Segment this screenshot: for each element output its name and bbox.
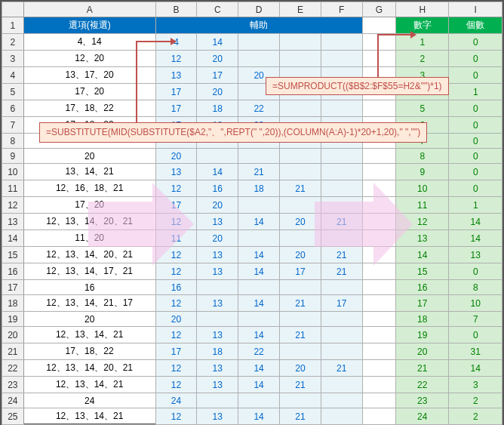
cell-aux[interactable]: 14 — [238, 327, 280, 343]
cell-aux[interactable]: 20 — [155, 149, 197, 164]
cell[interactable] — [362, 164, 395, 180]
row-header[interactable]: 6 — [2, 100, 24, 117]
cell-aux[interactable] — [321, 393, 362, 408]
cell-aux[interactable] — [280, 280, 321, 295]
cell-aux[interactable]: 14 — [238, 247, 280, 263]
cell-aux[interactable]: 20 — [155, 312, 197, 327]
cell-aux[interactable]: 12 — [155, 295, 197, 312]
cell-aux[interactable]: 18 — [197, 343, 238, 360]
cell-number[interactable]: 20 — [396, 343, 449, 360]
cell-aux[interactable] — [238, 51, 280, 67]
table-row[interactable]: 2012、13、14、2112131421190 — [2, 327, 502, 343]
table-row[interactable]: 2512、13、14、2112131421242 — [2, 408, 502, 425]
cell-aux[interactable]: 22 — [238, 343, 280, 360]
cell-number[interactable]: 17 — [396, 295, 449, 312]
cell-aux[interactable]: 21 — [280, 327, 321, 343]
table-row[interactable]: 312、20122020 — [2, 51, 502, 67]
cell-aux[interactable] — [321, 327, 362, 343]
cell[interactable] — [362, 312, 395, 327]
cell-count[interactable]: 8 — [449, 280, 502, 295]
cell-count[interactable]: 0 — [449, 117, 502, 134]
row-header[interactable]: 5 — [2, 84, 24, 100]
row-header[interactable]: 3 — [2, 51, 24, 67]
row-header[interactable]: 23 — [2, 377, 24, 393]
cell-aux[interactable] — [321, 51, 362, 67]
cell-count[interactable]: 13 — [449, 247, 502, 263]
cell-aux[interactable] — [321, 280, 362, 295]
col-header-A[interactable]: A — [23, 2, 155, 17]
cell-count[interactable]: 3 — [449, 377, 502, 393]
cell-count[interactable]: 0 — [449, 134, 502, 149]
cell-aux[interactable]: 14 — [197, 34, 238, 51]
cell-number[interactable]: 24 — [396, 408, 449, 425]
table-row[interactable]: 242424232 — [2, 393, 502, 408]
header-number[interactable]: 數字 — [396, 17, 449, 34]
cell-aux[interactable]: 14 — [197, 164, 238, 180]
cell[interactable] — [362, 327, 395, 343]
cell-aux[interactable] — [321, 164, 362, 180]
cell-aux[interactable]: 14 — [238, 214, 280, 230]
cell-aux[interactable] — [238, 280, 280, 295]
row-header[interactable]: 24 — [2, 393, 24, 408]
cell-aux[interactable] — [321, 34, 362, 51]
row-header[interactable]: 21 — [2, 343, 24, 360]
cell[interactable] — [362, 51, 395, 67]
cell-options[interactable]: 20 — [23, 149, 155, 164]
row-header[interactable]: 10 — [2, 164, 24, 180]
cell-aux[interactable] — [321, 100, 362, 117]
cell-number[interactable]: 2 — [396, 51, 449, 67]
cell-aux[interactable]: 13 — [197, 360, 238, 377]
cell-count[interactable]: 0 — [449, 180, 502, 197]
cell-aux[interactable] — [280, 51, 321, 67]
cell-number[interactable]: 1 — [396, 34, 449, 51]
row-header[interactable]: 9 — [2, 149, 24, 164]
cell-options[interactable]: 24 — [23, 393, 155, 408]
cell-aux[interactable]: 13 — [197, 247, 238, 263]
cell-options[interactable]: 20 — [23, 312, 155, 327]
cell-aux[interactable] — [197, 280, 238, 295]
cell-aux[interactable] — [197, 149, 238, 164]
cell-count[interactable]: 0 — [449, 34, 502, 51]
cell-aux[interactable]: 14 — [238, 377, 280, 393]
cell-aux[interactable]: 14 — [238, 295, 280, 312]
cell-count[interactable]: 0 — [449, 67, 502, 84]
cell-aux[interactable] — [238, 393, 280, 408]
cell[interactable] — [362, 100, 395, 117]
table-row[interactable]: 2117、18、221718222031 — [2, 343, 502, 360]
cell-count[interactable]: 1 — [449, 84, 502, 100]
cell-aux[interactable] — [280, 393, 321, 408]
cell-aux[interactable]: 14 — [238, 408, 280, 425]
col-header-I[interactable]: I — [449, 2, 502, 17]
table-row[interactable]: 171616168 — [2, 280, 502, 295]
cell-options[interactable]: 17、18、22 — [23, 343, 155, 360]
cell-options[interactable]: 12、13、14、21、17 — [23, 295, 155, 312]
cell-options[interactable]: 13、14、21 — [23, 164, 155, 180]
cell-aux[interactable]: 20 — [197, 51, 238, 67]
cell-aux[interactable]: 18 — [238, 180, 280, 197]
col-header-C[interactable]: C — [197, 2, 238, 17]
table-row[interactable]: 617、18、2217182250 — [2, 100, 502, 117]
cell-count[interactable]: 0 — [449, 51, 502, 67]
corner-cell[interactable] — [2, 2, 24, 17]
cell-aux[interactable] — [280, 164, 321, 180]
cell-aux[interactable] — [280, 100, 321, 117]
cell-aux[interactable] — [238, 149, 280, 164]
table-row[interactable]: 1312、13、14、20、2112131420211214 — [2, 214, 502, 230]
row-header[interactable]: 1 — [2, 17, 24, 34]
cell-aux[interactable] — [238, 230, 280, 247]
cell-options[interactable]: 12、13、14、21 — [23, 408, 155, 425]
cell-aux[interactable]: 14 — [238, 360, 280, 377]
row-header[interactable]: 20 — [2, 327, 24, 343]
row-header[interactable]: 7 — [2, 117, 24, 134]
cell[interactable] — [362, 343, 395, 360]
table-row[interactable]: 2312、13、14、2112131421223 — [2, 377, 502, 393]
cell[interactable] — [362, 408, 395, 425]
row-header[interactable]: 17 — [2, 280, 24, 295]
cell-count[interactable]: 2 — [449, 393, 502, 408]
table-row[interactable]: 1411、2011201314 — [2, 230, 502, 247]
cell-aux[interactable]: 13 — [197, 295, 238, 312]
cell-aux[interactable] — [197, 312, 238, 327]
row-header[interactable]: 4 — [2, 67, 24, 84]
table-row[interactable]: 1812、13、14、21、1712131421171710 — [2, 295, 502, 312]
cell-aux[interactable]: 17 — [197, 67, 238, 84]
